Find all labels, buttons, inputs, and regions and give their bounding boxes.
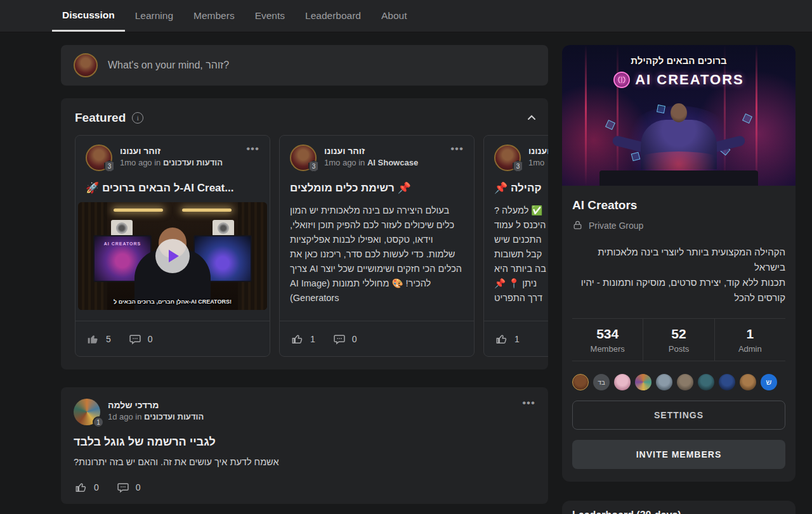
post-body: ✅ למעלה ? היכנס ל עמוד התכנים שיש קבל תש… — [494, 203, 548, 307]
tab-discussion[interactable]: Discussion — [52, 0, 125, 32]
banner-brand-text: AI CREATORS — [635, 72, 744, 88]
studio-speaker — [111, 220, 133, 236]
leaderboard-heading: Leaderboard (30-days) — [572, 510, 785, 514]
current-user-avatar[interactable] — [74, 53, 98, 77]
featured-card-welcome[interactable]: 3 זוהר וענונו 1mo ago in הודעות ועדכונים… — [75, 135, 270, 357]
member-avatar[interactable] — [614, 374, 631, 390]
brain-logo-icon — [613, 72, 630, 88]
featured-section: Featured i 3 זוהר וענונו 1mo ago in הודע… — [61, 98, 548, 369]
avatar[interactable]: 3 — [494, 145, 521, 171]
stat-label: Admin — [738, 344, 762, 354]
group-sidebar: ברוכים הבאים לקהילת AI CREATORS AI Creat… — [562, 45, 796, 482]
thumbs-up-icon[interactable] — [87, 333, 100, 345]
post-category[interactable]: הודעות ועדכונים — [163, 158, 223, 167]
member-avatar[interactable]: בד — [593, 374, 610, 390]
like-count: 1 — [310, 334, 315, 344]
member-avatar-row: בד ש — [562, 361, 796, 390]
light-bar — [182, 209, 232, 212]
level-badge: 3 — [104, 160, 115, 172]
level-badge: 3 — [308, 160, 319, 172]
privacy-label: Private Group — [589, 221, 643, 231]
tab-members[interactable]: Members — [183, 0, 245, 32]
like-count: 0 — [94, 482, 99, 492]
figure-head — [671, 103, 687, 122]
post-title[interactable]: 📌 קהילה — [494, 181, 548, 195]
chevron-up-icon[interactable] — [527, 113, 537, 123]
post-title[interactable]: לגביי הרשמה של גוגל בלבד — [74, 435, 535, 449]
thumbs-up-icon[interactable] — [495, 333, 508, 345]
post-body: אשמח לדעת איך עושים את זה. והאם יש בזה י… — [74, 457, 535, 467]
post-author[interactable]: זוהר וענונו — [324, 145, 418, 157]
info-icon[interactable]: i — [132, 112, 143, 124]
stat-label: Posts — [669, 344, 690, 354]
post-composer[interactable]: What's on your mind, זוהר? — [61, 45, 548, 86]
member-avatar[interactable] — [740, 374, 756, 390]
desk — [599, 170, 758, 186]
featured-cards-carousel: 3 זוהר וענונו 1mo ago in הודעות ועדכונים… — [75, 135, 548, 358]
thumbs-up-icon[interactable] — [75, 481, 88, 494]
stat-value: 1 — [746, 326, 754, 342]
light-bar — [114, 209, 163, 212]
avatar[interactable]: 3 — [86, 145, 112, 171]
comment-icon[interactable] — [129, 333, 141, 345]
member-avatar[interactable]: ש — [761, 374, 777, 390]
post-time: 1mo ago in — [324, 158, 367, 167]
video-thumbnail[interactable]: AI CREATORS אהלן חברים, ברוכים הבאים ל-A… — [78, 202, 267, 310]
stat-value: 52 — [671, 326, 686, 342]
post-category[interactable]: AI Showcase — [367, 158, 418, 167]
like-count: 5 — [106, 334, 111, 344]
tab-events[interactable]: Events — [245, 0, 295, 32]
play-button[interactable] — [155, 239, 190, 273]
level-badge: 3 — [513, 160, 523, 172]
banner-welcome-text: ברוכים הבאים לקהילת — [562, 55, 796, 66]
thumbs-up-icon[interactable] — [291, 333, 304, 345]
post-author[interactable]: זוהר וענונו — [120, 145, 223, 157]
studio-speaker — [213, 220, 234, 236]
post-body: בעולם היצירה עם בינה מלאכותית יש המון כל… — [290, 203, 464, 307]
avatar[interactable]: 3 — [290, 145, 317, 171]
post-category[interactable]: הודעות ועדכונים — [144, 412, 204, 421]
tab-about[interactable]: About — [371, 0, 417, 32]
member-avatar[interactable] — [572, 374, 589, 390]
post-time: 1d ago in — [108, 412, 144, 421]
settings-button[interactable]: SETTINGS — [572, 401, 785, 430]
member-avatar[interactable] — [719, 374, 735, 390]
kebab-menu-icon[interactable]: ••• — [450, 145, 464, 171]
comment-count: 0 — [136, 482, 141, 492]
top-navigation: Discussion Learning Members Events Leade… — [0, 0, 812, 32]
comment-icon[interactable] — [117, 481, 129, 494]
group-stats: 534 Members 52 Posts 1 Admin — [572, 318, 785, 361]
stat-posts[interactable]: 52 Posts — [643, 319, 714, 361]
comment-count: 0 — [352, 334, 357, 344]
stat-label: Members — [591, 344, 625, 354]
featured-card-community[interactable]: 3 זוהר וענונו 1mo 📌 קהילה ✅ למעלה ? היכנ… — [483, 135, 548, 357]
invite-members-button[interactable]: INVITE MEMBERS — [572, 440, 785, 469]
stat-members[interactable]: 534 Members — [572, 319, 643, 361]
post-time: 1mo — [528, 158, 544, 167]
post-author[interactable]: מרדכי שלמה — [108, 399, 204, 411]
kebab-menu-icon[interactable]: ••• — [522, 399, 535, 425]
video-caption: אהלן חברים, ברוכים הבאים ל-AI CREATORS! — [78, 299, 267, 305]
kebab-menu-icon[interactable]: ••• — [246, 145, 259, 171]
member-avatar[interactable] — [656, 374, 672, 390]
tab-learning[interactable]: Learning — [125, 0, 183, 32]
member-avatar[interactable] — [635, 374, 652, 390]
comment-icon[interactable] — [333, 333, 346, 345]
feed-post[interactable]: 1 מרדכי שלמה 1d ago in הודעות ועדכונים •… — [61, 387, 548, 504]
featured-card-tools[interactable]: 3 זוהר וענונו 1mo ago in AI Showcase •••… — [279, 135, 475, 357]
avatar[interactable]: 1 — [74, 399, 100, 425]
post-title[interactable]: 🚀 ברוכים‎ הבאים‎ ל‎-AI Creat... — [86, 181, 259, 195]
group-banner[interactable]: ברוכים הבאים לקהילת AI CREATORS — [562, 45, 796, 186]
post-title[interactable]: 📌 רשימת כלים מומלצים — [290, 181, 464, 195]
stat-value: 534 — [596, 326, 619, 342]
post-author[interactable]: זוהר וענונו — [528, 145, 548, 157]
group-description: הקהילה המקצועית ביותר ליוצרי בינה מלאכות… — [572, 245, 785, 305]
neon-streak — [617, 45, 619, 186]
composer-prompt[interactable]: What's on your mind, זוהר? — [108, 60, 229, 71]
member-avatar[interactable] — [698, 374, 714, 390]
screen-brand-text: AI CREATORS — [95, 241, 150, 246]
comment-count: 0 — [148, 334, 153, 344]
stat-admins[interactable]: 1 Admin — [714, 319, 785, 361]
tab-leaderboard[interactable]: Leaderboard — [295, 0, 371, 32]
member-avatar[interactable] — [677, 374, 693, 390]
